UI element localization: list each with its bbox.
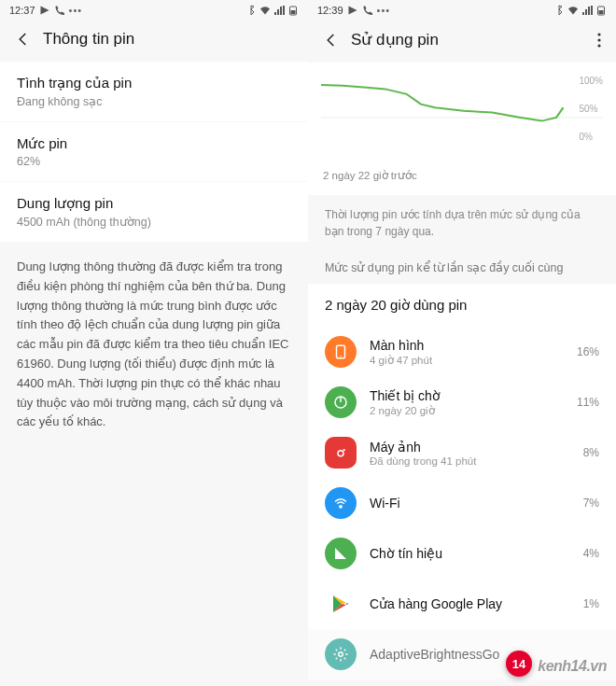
usage-duration-header: 2 ngày 20 giờ dùng pin bbox=[308, 284, 616, 327]
info-paragraph: Dung lượng thông thường đã được kiểm tra… bbox=[0, 243, 308, 447]
battery-icon bbox=[287, 5, 299, 16]
signal-icon bbox=[325, 538, 357, 569]
back-icon[interactable] bbox=[323, 32, 340, 49]
signal-icon bbox=[581, 5, 593, 16]
axis-label-100: 100% bbox=[579, 76, 603, 104]
page-title: Thông tin pin bbox=[43, 30, 134, 49]
wifi-icon bbox=[567, 5, 579, 16]
battery-capacity-card[interactable]: Dung lượng pin 4500 mAh (thông thường) bbox=[0, 182, 308, 242]
more-notifications: ••• bbox=[377, 5, 391, 16]
usage-pct: 11% bbox=[577, 396, 599, 409]
svg-point-9 bbox=[340, 356, 342, 357]
usage-row-signal[interactable]: Chờ tín hiệu 4% bbox=[308, 528, 616, 579]
svg-point-13 bbox=[343, 449, 345, 451]
usage-pct: 1% bbox=[583, 597, 599, 610]
signal-icon bbox=[273, 5, 285, 16]
usage-sub: Đã dùng trong 41 phút bbox=[370, 455, 570, 467]
battery-status-card[interactable]: Tình trạng của pin Đang không sạc bbox=[0, 62, 308, 121]
page-header: Sử dụng pin bbox=[308, 21, 616, 63]
more-notifications: ••• bbox=[69, 5, 83, 16]
usage-pct: 4% bbox=[583, 547, 599, 560]
overflow-icon[interactable] bbox=[597, 33, 601, 48]
battery-level-card[interactable]: Mức pin 62% bbox=[0, 122, 308, 181]
chart-description: Thời lượng pin ước tính dựa trên mức sử … bbox=[308, 195, 616, 251]
svg-point-12 bbox=[338, 451, 343, 456]
phone-icon bbox=[54, 5, 65, 16]
battery-chart[interactable]: 100% 50% 0% 2 ngày 22 giờ trước bbox=[308, 63, 616, 195]
status-time: 12:39 bbox=[317, 5, 343, 16]
card-title: Tình trạng của pin bbox=[17, 75, 291, 91]
battery-usage-screen: 12:39 ••• Sử dụng pin 100% 50% 0% 2 ngày… bbox=[308, 0, 616, 686]
wifi-icon bbox=[325, 487, 357, 519]
wifi-icon bbox=[259, 5, 271, 16]
usage-row-screen[interactable]: Màn hình 4 giờ 47 phút 16% bbox=[308, 327, 616, 377]
usage-pct: 16% bbox=[577, 345, 599, 358]
usage-name: Máy ảnh bbox=[370, 440, 570, 455]
screen-icon bbox=[325, 336, 357, 368]
usage-row-camera[interactable]: Máy ảnh Đã dùng trong 41 phút 8% bbox=[308, 427, 616, 478]
usage-name: Thiết bị chờ bbox=[370, 388, 564, 403]
axis-label-50: 50% bbox=[579, 104, 603, 132]
usage-pct: 8% bbox=[583, 446, 599, 459]
phone-icon bbox=[362, 5, 373, 16]
chart-y-axis: 100% 50% 0% bbox=[579, 76, 603, 160]
usage-name: Chờ tín hiệu bbox=[370, 546, 570, 561]
usage-pct: 7% bbox=[583, 497, 599, 510]
usage-row-playstore[interactable]: Cửa hàng Google Play 1% bbox=[308, 579, 616, 629]
usage-sub: 4 giờ 47 phút bbox=[370, 354, 564, 367]
back-icon[interactable] bbox=[15, 31, 32, 48]
watermark-badge: 14 bbox=[506, 651, 532, 677]
usage-row-standby[interactable]: Thiết bị chờ 2 ngày 20 giờ 11% bbox=[308, 377, 616, 427]
page-header: Thông tin pin bbox=[0, 21, 308, 62]
usage-name: Wi-Fi bbox=[370, 496, 570, 511]
usage-row-wifi[interactable]: Wi-Fi 7% bbox=[308, 478, 616, 528]
card-sub: 62% bbox=[17, 155, 291, 168]
section-label: Mức sử dụng pin kể từ lần sạc đầy cuối c… bbox=[308, 251, 616, 284]
svg-point-6 bbox=[597, 44, 600, 47]
axis-label-0: 0% bbox=[579, 132, 603, 160]
bluetooth-icon bbox=[553, 5, 565, 16]
card-title: Mức pin bbox=[17, 135, 291, 152]
status-bar: 12:37 ••• bbox=[0, 0, 308, 21]
chart-caption: 2 ngày 22 giờ trước bbox=[321, 163, 603, 186]
svg-point-5 bbox=[597, 38, 600, 41]
chart-line bbox=[321, 76, 603, 160]
watermark-text: kenh14.vn bbox=[538, 658, 607, 675]
status-bar: 12:39 ••• bbox=[308, 0, 616, 21]
svg-rect-3 bbox=[599, 10, 604, 14]
play-store-icon bbox=[347, 5, 358, 16]
play-store-icon bbox=[325, 588, 357, 620]
svg-rect-1 bbox=[291, 10, 296, 14]
battery-info-screen: 12:37 ••• Thông tin pin Tình trạng của p… bbox=[0, 0, 308, 686]
card-title: Dung lượng pin bbox=[17, 195, 291, 212]
usage-name: Màn hình bbox=[370, 338, 564, 353]
play-store-icon bbox=[39, 5, 50, 16]
card-sub: 4500 mAh (thông thường) bbox=[17, 215, 291, 229]
usage-sub: 2 ngày 20 giờ bbox=[370, 404, 564, 417]
svg-point-14 bbox=[340, 506, 342, 508]
svg-point-4 bbox=[597, 33, 600, 35]
camera-icon bbox=[325, 437, 357, 469]
page-title: Sử dụng pin bbox=[351, 30, 439, 49]
card-sub: Đang không sạc bbox=[17, 94, 291, 108]
bluetooth-icon bbox=[245, 5, 257, 16]
power-icon bbox=[325, 386, 357, 418]
battery-icon bbox=[595, 5, 607, 16]
gear-icon bbox=[325, 638, 357, 670]
status-time: 12:37 bbox=[9, 5, 35, 16]
usage-name: Cửa hàng Google Play bbox=[370, 596, 570, 611]
svg-point-15 bbox=[339, 652, 343, 657]
